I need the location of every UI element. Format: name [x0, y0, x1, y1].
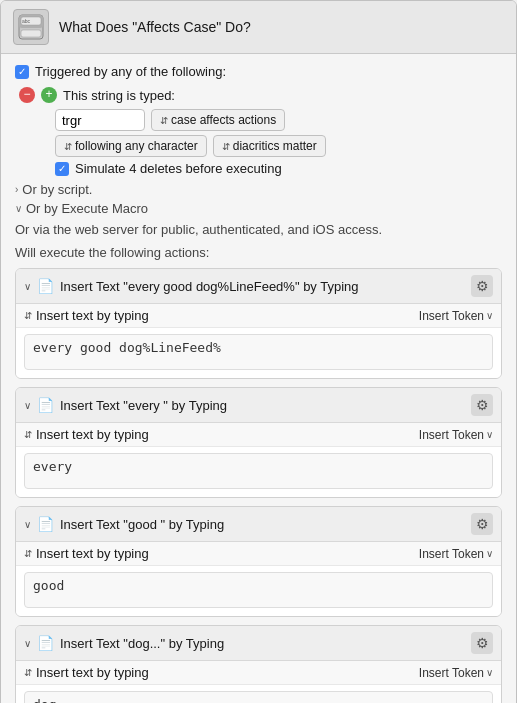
string-typed-label: This string is typed:: [63, 88, 175, 103]
insert-token-btn-4[interactable]: Insert Token ∨: [419, 666, 493, 680]
trigger-section: ✓ Triggered by any of the following: − +…: [15, 64, 502, 237]
triggered-label: Triggered by any of the following:: [35, 64, 226, 79]
updown-icon-4: ⇵: [24, 667, 32, 678]
action-title-3: Insert Text "good " by Typing: [60, 517, 465, 532]
insert-type-dropdown-4[interactable]: ⇵ Insert text by typing: [24, 665, 419, 680]
action-icon-1: 📄: [37, 278, 54, 294]
svg-text:abc: abc: [22, 18, 31, 24]
action-icon-2: 📄: [37, 397, 54, 413]
updown-icon-3: ⇵: [24, 548, 32, 559]
action-subheader-4: ⇵ Insert text by typing Insert Token ∨: [16, 661, 501, 685]
or-by-script-row[interactable]: › Or by script.: [15, 180, 502, 199]
will-execute-label: Will execute the following actions:: [15, 245, 502, 260]
insert-token-chevron-1: ∨: [486, 310, 493, 321]
action-body-3: good: [16, 566, 501, 616]
insert-token-btn-1[interactable]: Insert Token ∨: [419, 309, 493, 323]
action-card-1: ∨ 📄 Insert Text "every good dog%LineFeed…: [15, 268, 502, 379]
main-window: abc What Does "Affects Case" Do? ✓ Trigg…: [0, 0, 517, 703]
action-gear-4[interactable]: ⚙: [471, 632, 493, 654]
insert-token-chevron-4: ∨: [486, 667, 493, 678]
action-title-2: Insert Text "every " by Typing: [60, 398, 465, 413]
action-header-1: ∨ 📄 Insert Text "every good dog%LineFeed…: [16, 269, 501, 304]
updown-icon-1: ⇵: [24, 310, 32, 321]
insert-type-dropdown-2[interactable]: ⇵ Insert text by typing: [24, 427, 419, 442]
window-title: What Does "Affects Case" Do?: [59, 19, 251, 35]
typed-value-row: ⇵ case affects actions: [55, 109, 502, 131]
action-text-2[interactable]: every: [24, 453, 493, 489]
subheader-label-2: Insert text by typing: [36, 427, 149, 442]
action-title-1: Insert Text "every good dog%LineFeed%" b…: [60, 279, 465, 294]
insert-type-dropdown-1[interactable]: ⇵ Insert text by typing: [24, 308, 419, 323]
following-char-row: ⇵ following any character ⇵ diacritics m…: [55, 135, 502, 157]
insert-type-dropdown-3[interactable]: ⇵ Insert text by typing: [24, 546, 419, 561]
add-trigger-button[interactable]: +: [41, 87, 57, 103]
action-icon-4: 📄: [37, 635, 54, 651]
action-card-4: ∨ 📄 Insert Text "dog..." by Typing ⚙ ⇵ I…: [15, 625, 502, 703]
action-icon-3: 📄: [37, 516, 54, 532]
or-by-script-section: › Or by script. ∨ Or by Execute Macro: [15, 180, 502, 218]
triggered-checkbox[interactable]: ✓: [15, 65, 29, 79]
action-body-2: every: [16, 447, 501, 497]
execute-collapse-icon: ∨: [15, 203, 22, 214]
action-collapse-1[interactable]: ∨: [24, 281, 31, 292]
svg-rect-4: [21, 30, 41, 37]
typed-value-input[interactable]: [55, 109, 145, 131]
action-text-4[interactable]: dog...: [24, 691, 493, 703]
updown-icon-2: ⇵: [24, 429, 32, 440]
action-title-4: Insert Text "dog..." by Typing: [60, 636, 465, 651]
action-gear-1[interactable]: ⚙: [471, 275, 493, 297]
simulate-label: Simulate 4 deletes before executing: [75, 161, 282, 176]
remove-trigger-button[interactable]: −: [19, 87, 35, 103]
subheader-label-1: Insert text by typing: [36, 308, 149, 323]
action-body-1: every good dog%LineFeed%: [16, 328, 501, 378]
string-typed-row: − + This string is typed:: [15, 87, 502, 103]
diacritics-dropdown[interactable]: ⇵ diacritics matter: [213, 135, 326, 157]
subheader-label-4: Insert text by typing: [36, 665, 149, 680]
insert-token-btn-2[interactable]: Insert Token ∨: [419, 428, 493, 442]
action-body-4: dog...: [16, 685, 501, 703]
action-text-3[interactable]: good: [24, 572, 493, 608]
content-area: ✓ Triggered by any of the following: − +…: [1, 54, 516, 703]
action-collapse-4[interactable]: ∨: [24, 638, 31, 649]
insert-token-chevron-2: ∨: [486, 429, 493, 440]
insert-token-btn-3[interactable]: Insert Token ∨: [419, 547, 493, 561]
case-affects-dropdown[interactable]: ⇵ case affects actions: [151, 109, 285, 131]
action-collapse-2[interactable]: ∨: [24, 400, 31, 411]
action-subheader-1: ⇵ Insert text by typing Insert Token ∨: [16, 304, 501, 328]
action-card-2: ∨ 📄 Insert Text "every " by Typing ⚙ ⇵ I…: [15, 387, 502, 498]
action-collapse-3[interactable]: ∨: [24, 519, 31, 530]
action-header-4: ∨ 📄 Insert Text "dog..." by Typing ⚙: [16, 626, 501, 661]
subheader-label-3: Insert text by typing: [36, 546, 149, 561]
or-execute-macro-label: Or by Execute Macro: [26, 201, 148, 216]
action-subheader-2: ⇵ Insert text by typing Insert Token ∨: [16, 423, 501, 447]
or-by-script-label: Or by script.: [22, 182, 92, 197]
simulate-checkbox[interactable]: ✓: [55, 162, 69, 176]
title-bar: abc What Does "Affects Case" Do?: [1, 1, 516, 54]
action-gear-2[interactable]: ⚙: [471, 394, 493, 416]
following-any-dropdown[interactable]: ⇵ following any character: [55, 135, 207, 157]
or-execute-macro-row[interactable]: ∨ Or by Execute Macro: [15, 199, 502, 218]
action-card-3: ∨ 📄 Insert Text "good " by Typing ⚙ ⇵ In…: [15, 506, 502, 617]
action-text-1[interactable]: every good dog%LineFeed%: [24, 334, 493, 370]
web-server-line: Or via the web server for public, authen…: [15, 222, 502, 237]
window-icon: abc: [13, 9, 49, 45]
action-header-3: ∨ 📄 Insert Text "good " by Typing ⚙: [16, 507, 501, 542]
action-gear-3[interactable]: ⚙: [471, 513, 493, 535]
action-header-2: ∨ 📄 Insert Text "every " by Typing ⚙: [16, 388, 501, 423]
simulate-deletes-row: ✓ Simulate 4 deletes before executing: [55, 161, 502, 176]
trigger-fields: ⇵ case affects actions ⇵ following any c…: [55, 109, 502, 176]
action-subheader-3: ⇵ Insert text by typing Insert Token ∨: [16, 542, 501, 566]
script-collapse-icon: ›: [15, 184, 18, 195]
trigger-header: ✓ Triggered by any of the following:: [15, 64, 502, 79]
actions-list: ∨ 📄 Insert Text "every good dog%LineFeed…: [15, 268, 502, 703]
insert-token-chevron-3: ∨: [486, 548, 493, 559]
